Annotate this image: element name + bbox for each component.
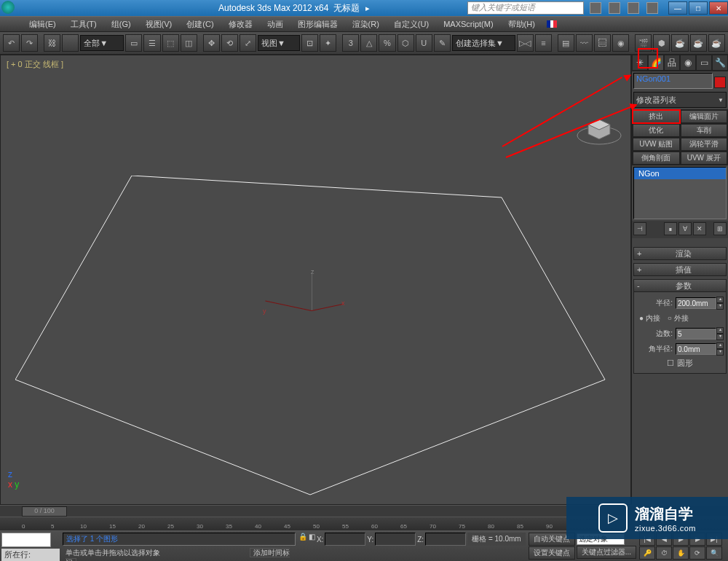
tab-create[interactable]: ✳ (632, 55, 648, 71)
edit-named-button[interactable]: ✎ (434, 34, 451, 52)
corner-down[interactable]: ▾ (716, 349, 724, 356)
menu-edit[interactable]: 编辑(E) (22, 17, 63, 31)
menu-modifier[interactable]: 修改器 (221, 17, 260, 31)
minimize-button[interactable]: — (668, 1, 687, 15)
pin-stack-button[interactable]: ⊣ (633, 222, 646, 235)
time-config-button[interactable]: ⏱ (656, 546, 672, 560)
inscribed-radio[interactable]: 内接 (639, 313, 660, 323)
refcoord-dropdown[interactable]: 视图 ▼ (258, 35, 300, 51)
curve-editor-button[interactable]: 〰 (576, 34, 593, 52)
stack-item-ngon[interactable]: NGon (634, 168, 726, 179)
object-name-field[interactable]: NGon001 (633, 73, 713, 89)
rollup-render[interactable]: 渲染 (633, 247, 727, 260)
manip-button[interactable]: ✦ (320, 34, 336, 52)
optimize-button[interactable]: 优化 (633, 124, 680, 137)
sides-up[interactable]: ▴ (716, 327, 724, 334)
menu-help[interactable]: 帮助(H) (501, 17, 542, 31)
menu-grapheditor[interactable]: 图形编辑器 (290, 17, 345, 31)
lock-icon[interactable]: 🔒 (298, 533, 307, 546)
menu-group[interactable]: 组(G) (104, 17, 138, 31)
key-mode-button[interactable]: 🔑 (639, 546, 655, 560)
menu-render[interactable]: 渲染(R) (345, 17, 387, 31)
menu-view[interactable]: 视图(V) (138, 17, 180, 31)
undo-button[interactable]: ↶ (3, 34, 20, 52)
nav-orbit-button[interactable]: ⟳ (689, 546, 705, 560)
key-filter-button[interactable]: 关键点过滤器... (577, 546, 636, 559)
corner-up[interactable]: ▴ (716, 342, 724, 349)
sides-down[interactable]: ▾ (716, 334, 724, 340)
tab-modify[interactable]: 🌈 (648, 55, 664, 71)
setkey-button[interactable]: 设置关键点 (529, 546, 575, 560)
rollup-interp[interactable]: 插值 (633, 263, 727, 276)
script-listener[interactable] (1, 533, 51, 547)
tab-hierarchy[interactable]: 品 (664, 55, 680, 71)
pivot-button[interactable]: ⊡ (301, 34, 318, 52)
layer-button[interactable]: ▤ (558, 34, 574, 52)
help-icon[interactable] (590, 2, 601, 14)
circumscribed-radio[interactable]: 外接 (668, 313, 689, 323)
menu-maxscript[interactable]: MAXScript(M) (436, 18, 500, 30)
close-button[interactable]: ✕ (709, 1, 728, 15)
rollup-params[interactable]: 参数 (633, 279, 727, 292)
select-name-button[interactable]: ☰ (143, 34, 160, 52)
viewport-label[interactable]: [ + 0 正交 线框 ] (7, 59, 63, 70)
edit-patch-button[interactable]: 编辑面片 (681, 110, 728, 123)
configure-button[interactable]: ⊞ (713, 222, 727, 235)
snap-button[interactable]: 3 (342, 34, 359, 52)
turbosmooth-button[interactable]: 涡轮平滑 (681, 138, 728, 151)
nav-zoom-button[interactable]: 🔍 (706, 546, 722, 560)
select-region-button[interactable]: ⬚ (162, 34, 179, 52)
filter-dropdown[interactable]: 全部 ▼ (80, 35, 124, 51)
render-frame-button[interactable]: ⬢ (653, 34, 670, 52)
tab-display[interactable]: ▭ (696, 55, 712, 71)
menu-create[interactable]: 创建(C) (179, 17, 221, 31)
redo-button[interactable]: ↷ (21, 34, 38, 52)
menu-custom[interactable]: 自定义(U) (387, 17, 436, 31)
star-icon[interactable] (609, 2, 620, 14)
teapot-render-button[interactable]: ☕ (690, 34, 707, 52)
unlink-button[interactable] (62, 34, 79, 52)
z-input[interactable] (425, 533, 466, 546)
radius-down[interactable]: ▾ (716, 303, 724, 310)
isolate-icon[interactable]: ◧ (309, 533, 315, 546)
up-icon[interactable] (646, 2, 658, 14)
viewport[interactable]: [ + 0 正交 线框 ] z x y zx y (0, 55, 631, 505)
bevel-profile-button[interactable]: 倒角剖面 (633, 152, 680, 165)
render-setup-button[interactable]: 🎬 (635, 34, 652, 52)
remove-mod-button[interactable]: ✕ (693, 222, 706, 235)
info-icon[interactable] (628, 2, 639, 14)
make-unique-button[interactable]: ∀ (678, 222, 692, 235)
scale-button[interactable]: ⤢ (240, 34, 256, 52)
modifier-list-dropdown[interactable]: 修改器列表 (633, 92, 727, 108)
link-button[interactable]: ⛓ (44, 34, 60, 52)
angle-snap-button[interactable]: △ (360, 34, 377, 52)
extrude-button[interactable]: 挤出 (633, 110, 680, 123)
viewcube[interactable] (574, 99, 625, 150)
menu-tools[interactable]: 工具(T) (63, 17, 104, 31)
teapot2-button[interactable]: ☕ (708, 34, 725, 52)
radius-input[interactable] (676, 297, 716, 309)
circular-checkbox[interactable]: 圆形 (667, 358, 692, 369)
select-button[interactable]: ▭ (125, 34, 142, 52)
show-end-button[interactable]: ∎ (664, 222, 677, 235)
rotate-button[interactable]: ⟲ (221, 34, 238, 52)
modifier-stack[interactable]: NGon (633, 167, 727, 219)
ngon-shape[interactable] (15, 176, 612, 511)
mirror-button[interactable]: ▷◁ (517, 34, 534, 52)
tab-motion[interactable]: ◉ (680, 55, 696, 71)
uvw-map-button[interactable]: UVW 贴图 (633, 138, 680, 151)
spinner-snap-button[interactable]: ⬡ (397, 34, 414, 52)
object-color-button[interactable] (714, 76, 726, 88)
lathe-button[interactable]: 车削 (681, 124, 728, 137)
x-input[interactable] (325, 533, 365, 546)
maximize-button[interactable]: □ (689, 1, 708, 15)
title-arrow-icon[interactable]: ▸ (365, 4, 370, 13)
menu-anim[interactable]: 动画 (260, 17, 290, 31)
move-button[interactable]: ✥ (203, 34, 220, 52)
named-set-dropdown[interactable]: 创建选择集 ▼ (452, 35, 515, 51)
material-button[interactable]: ◉ (612, 34, 629, 52)
window-crossing-button[interactable]: ◫ (181, 34, 197, 52)
y-input[interactable] (375, 533, 416, 546)
corner-input[interactable] (676, 343, 716, 355)
tab-utilities[interactable]: 🔧 (712, 55, 728, 71)
